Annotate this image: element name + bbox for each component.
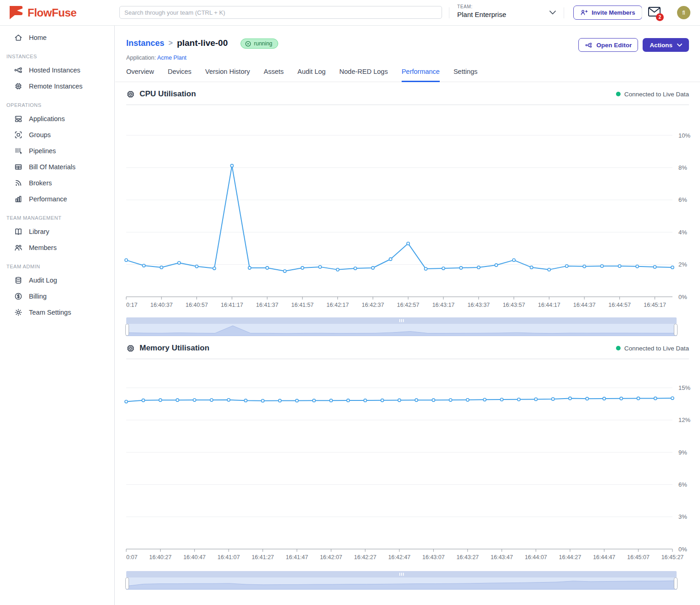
flowfuse-logo[interactable]: FlowFuse xyxy=(8,6,77,20)
sidebar-item-pipelines[interactable]: Pipelines xyxy=(0,143,114,159)
sidebar-item-bill-of-materials[interactable]: Bill Of Materials xyxy=(0,159,114,175)
x-tick-label: 16:43:37 xyxy=(467,302,490,308)
members-icon xyxy=(14,243,23,252)
nav-grip-icon[interactable] xyxy=(399,573,400,576)
application-label: Application: xyxy=(126,55,156,61)
x-tick-label: 16:42:07 xyxy=(320,554,342,561)
sidebar-item-label: Pipelines xyxy=(29,147,56,155)
sidebar-item-brokers[interactable]: Brokers xyxy=(0,175,114,191)
breadcrumb-instances-link[interactable]: Instances xyxy=(126,39,164,48)
team-selector[interactable]: TEAM: Plant Enterprise xyxy=(457,4,506,18)
sidebar-item-label: Bill Of Materials xyxy=(29,163,76,171)
nav-handle-right[interactable] xyxy=(674,578,678,589)
y-tick-label: 9% xyxy=(678,449,687,456)
search-input[interactable] xyxy=(119,6,442,19)
x-tick-label: 16:42:57 xyxy=(397,302,420,308)
nav-handle-left[interactable] xyxy=(126,324,129,336)
tab-overview[interactable]: Overview xyxy=(126,68,154,82)
memory-chip-icon xyxy=(126,344,135,353)
sidebar-item-label: Library xyxy=(29,228,49,235)
sidebar-item-label: Members xyxy=(29,244,56,251)
sidebar-item-applications[interactable]: Applications xyxy=(0,111,114,127)
x-tick-label: 16:42:27 xyxy=(354,554,376,561)
x-tick-label: 0:07 xyxy=(126,554,137,561)
x-tick-label: 16:41:57 xyxy=(291,302,314,308)
sidebar-item-remote-instances[interactable]: Remote Instances xyxy=(0,78,114,94)
y-tick-label: 15% xyxy=(678,384,690,391)
sidebar-item-members[interactable]: Members xyxy=(0,239,114,255)
flowfuse-logo-icon xyxy=(8,6,24,20)
sidebar-item-audit-log[interactable]: Audit Log xyxy=(0,272,114,288)
x-tick-label: 16:43:47 xyxy=(491,554,513,561)
groups-icon xyxy=(14,130,23,139)
tab-assets[interactable]: Assets xyxy=(264,68,284,82)
x-tick-label: 16:41:17 xyxy=(221,302,243,308)
x-tick-label: 16:41:27 xyxy=(252,554,274,561)
x-tick-label: 16:43:17 xyxy=(432,302,455,308)
nav-grip-icon[interactable] xyxy=(399,319,400,322)
open-editor-button[interactable]: Open Editor xyxy=(578,38,638,52)
notifications-button[interactable]: 2 xyxy=(648,7,662,19)
sidebar-item-label: Applications xyxy=(29,115,65,122)
nav-handle-left[interactable] xyxy=(126,578,129,589)
team-name: Plant Enterprise xyxy=(457,11,506,18)
sidebar-item-library[interactable]: Library xyxy=(0,223,114,239)
x-tick-label: 16:45:27 xyxy=(661,554,684,561)
x-tick-label: 16:44:07 xyxy=(525,554,547,561)
x-tick-label: 16:42:47 xyxy=(388,554,411,561)
sidebar-nav: HomeINSTANCESHosted InstancesRemote Inst… xyxy=(0,29,114,320)
actions-button[interactable]: Actions xyxy=(643,38,689,52)
remote-instances-icon xyxy=(14,82,23,91)
tab-audit-log[interactable]: Audit Log xyxy=(297,68,325,82)
status-badge: running xyxy=(241,39,278,49)
header-divider xyxy=(449,7,449,18)
x-tick-label: 16:43:57 xyxy=(503,302,525,308)
tab-devices[interactable]: Devices xyxy=(168,68,191,82)
x-tick-label: 16:40:47 xyxy=(183,554,206,561)
nav-grip-icon[interactable] xyxy=(401,319,402,322)
tab-version-history[interactable]: Version History xyxy=(205,68,250,82)
application-link[interactable]: Acme Plant xyxy=(157,55,186,61)
x-tick-label: 16:41:47 xyxy=(286,554,308,561)
tab-node-red-logs[interactable]: Node-RED Logs xyxy=(339,68,388,82)
nav-grip-icon[interactable] xyxy=(403,573,404,576)
nav-handle-right[interactable] xyxy=(674,324,678,336)
sidebar-item-performance[interactable]: Performance xyxy=(0,191,114,207)
open-editor-label: Open Editor xyxy=(596,42,632,49)
sidebar-item-hosted-instances[interactable]: Hosted Instances xyxy=(0,62,114,78)
live-status-label: Connected to Live Data xyxy=(624,345,689,352)
sidebar-item-groups[interactable]: Groups xyxy=(0,127,114,143)
home-icon xyxy=(14,33,23,42)
sidebar-item-label: Home xyxy=(29,34,47,41)
sidebar-item-billing[interactable]: Billing xyxy=(0,288,114,304)
main-content: Instances > plant-live-00 running xyxy=(115,26,700,605)
x-tick-label: 16:42:17 xyxy=(326,302,349,308)
x-tick-label: 0:17 xyxy=(126,302,137,308)
instance-tabs: OverviewDevicesVersion HistoryAssetsAudi… xyxy=(115,68,700,82)
team-label: TEAM: xyxy=(457,4,506,9)
instance-header: Instances > plant-live-00 running xyxy=(115,26,700,82)
sidebar-section-team-management: TEAM MANAGEMENT xyxy=(6,215,114,221)
hosted-instances-icon xyxy=(14,66,23,75)
tab-performance[interactable]: Performance xyxy=(402,68,440,82)
chevron-down-icon[interactable] xyxy=(549,11,556,15)
x-tick-label: 16:44:27 xyxy=(559,554,582,561)
nav-grip-icon[interactable] xyxy=(403,319,404,322)
sidebar-item-team-settings[interactable]: Team Settings xyxy=(0,304,114,320)
y-tick-label: 2% xyxy=(678,261,687,268)
top-bar: FlowFuse TEAM: Plant Enterprise Invite M… xyxy=(0,0,700,26)
team-settings-icon xyxy=(14,308,23,317)
memory-chart: 15%12%9%6%3%0%0:0716:40:2716:40:4716:41:… xyxy=(126,361,689,590)
avatar[interactable]: fl xyxy=(677,6,690,19)
nav-grip-icon[interactable] xyxy=(401,573,402,576)
sidebar-item-label: Groups xyxy=(29,131,51,139)
y-tick-label: 6% xyxy=(678,481,687,488)
y-tick-label: 0% xyxy=(678,294,687,300)
invite-members-button[interactable]: Invite Members xyxy=(573,6,642,20)
sidebar: HomeINSTANCESHosted InstancesRemote Inst… xyxy=(0,26,115,605)
y-tick-label: 10% xyxy=(678,132,690,139)
tab-settings[interactable]: Settings xyxy=(454,68,477,82)
sidebar-item-home[interactable]: Home xyxy=(0,29,114,45)
performance-icon xyxy=(14,194,23,204)
x-tick-label: 16:40:37 xyxy=(150,302,173,308)
